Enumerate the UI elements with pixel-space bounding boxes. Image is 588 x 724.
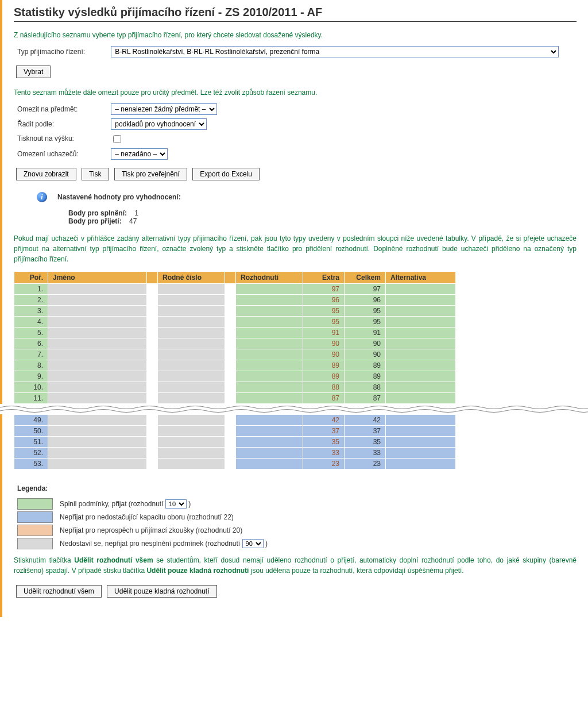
- th-jmeno: Jméno: [48, 272, 146, 283]
- legend-blue-text: Nepřijat pro nedostačující kapacitu obor…: [60, 513, 234, 521]
- body-prijeti-label: Body pro přijetí:: [68, 217, 122, 225]
- radit-podle-select[interactable]: podkladů pro vyhodnocení: [111, 118, 207, 130]
- legend-grey-select[interactable]: 90: [242, 539, 264, 548]
- tisk-vysku-label: Tisknout na výšku:: [14, 134, 109, 143]
- table-row: 53.2323: [14, 459, 455, 469]
- table-row: 1.9797: [14, 284, 455, 294]
- legend-title: Legenda:: [17, 484, 577, 492]
- omezit-predmet-select[interactable]: – nenalezen žádný předmět –: [111, 103, 217, 115]
- radit-label: Řadit podle:: [14, 120, 109, 128]
- table-row: 50.3737: [14, 426, 455, 436]
- table-row: 49.4242: [14, 415, 455, 425]
- th-celkem: Celkem: [345, 272, 385, 283]
- table-row: 2.9696: [14, 295, 455, 305]
- body-prijeti-value: 47: [129, 217, 137, 225]
- znovu-zobrazit-button[interactable]: Znovu zobrazit: [16, 168, 76, 180]
- results-table: Poř. Jméno Rodné číslo Rozhodnutí Extra …: [14, 271, 456, 404]
- note-3: Stisknutím tlačítka Udělit rozhodnutí vš…: [14, 555, 577, 576]
- typ-label: Typ přijímacího řízení:: [14, 48, 109, 56]
- legend-grey-text: Nedostavil se, nepřijat pro nesplnění po…: [60, 540, 242, 548]
- table-row: 3.9595: [14, 306, 455, 316]
- table-row: 52.3333: [14, 448, 455, 458]
- table-row: 4.9595: [14, 317, 455, 327]
- th-rc: Rodné číslo: [158, 272, 225, 283]
- vybrat-button[interactable]: Vybrat: [16, 66, 51, 78]
- typ-prijimaciho-rizeni-select[interactable]: B-RL Rostlinolékařství, B-RL-RL Rostlino…: [111, 46, 559, 57]
- body-splneni-label: Body pro splnění:: [68, 209, 127, 217]
- results-table-bottom: 49.424250.373751.353552.333353.2323: [14, 414, 456, 469]
- swatch-orange: [17, 525, 53, 536]
- intro-text: Z následujícího seznamu vyberte typ přij…: [14, 30, 577, 40]
- udelit-vsem-button[interactable]: Udělit rozhodnutí všem: [16, 585, 102, 598]
- tisk-na-vysku-checkbox[interactable]: [113, 135, 121, 143]
- legend-green-select[interactable]: 10: [165, 499, 187, 509]
- table-row: 9.8989: [14, 371, 455, 382]
- legend-row-green: Splnil podmínky, přijat (rozhodnutí 10 ): [17, 498, 577, 510]
- table-row: 5.9191: [14, 328, 455, 338]
- th-roz: Rozhodnutí: [236, 272, 303, 283]
- th-extra: Extra: [303, 272, 344, 283]
- page-tear: [0, 404, 588, 414]
- body-splneni-value: 1: [134, 209, 138, 217]
- udelit-kladna-button[interactable]: Udělit pouze kladná rozhodnutí: [107, 585, 216, 598]
- swatch-blue: [17, 511, 53, 523]
- table-row: 11.8787: [14, 393, 455, 403]
- legend-row-orange: Nepřijat pro neprospěch u přijímací zkou…: [17, 525, 577, 536]
- info-heading: Nastavené hodnoty pro vyhodnocení:: [57, 193, 181, 201]
- export-excel-button[interactable]: Export do Excelu: [192, 168, 260, 180]
- th-por: Poř.: [14, 272, 48, 283]
- table-row: 6.9090: [14, 338, 455, 349]
- legend-row-grey: Nedostavil se, nepřijat pro nesplnění po…: [17, 538, 577, 549]
- tisk-button[interactable]: Tisk: [82, 168, 109, 180]
- table-row: 10.8888: [14, 382, 455, 392]
- note-1: Tento seznam můžete dále omezit pouze pr…: [14, 87, 577, 98]
- table-row: 7.9090: [14, 349, 455, 360]
- tisk-zverejneni-button[interactable]: Tisk pro zveřejnění: [114, 168, 187, 180]
- note-2: Pokud mají uchazeči v přihlášce zadány a…: [14, 233, 577, 264]
- page-title: Statistiky výsledků přijímacího řízení -…: [14, 6, 577, 22]
- info-icon: i: [37, 192, 47, 202]
- th-alt: Alternativa: [386, 272, 455, 283]
- legend-green-text: Splnil podmínky, přijat (rozhodnutí: [60, 500, 165, 508]
- legend-row-blue: Nepřijat pro nedostačující kapacitu obor…: [17, 511, 577, 523]
- swatch-grey: [17, 538, 53, 549]
- table-row: 51.3535: [14, 437, 455, 447]
- omezeni-uchazecu-label: Omezení uchazečů:: [14, 150, 109, 158]
- swatch-green: [17, 498, 53, 510]
- omezeni-uchazecu-select[interactable]: – nezadáno –: [111, 148, 168, 160]
- omezit-predmet-label: Omezit na předmět:: [14, 105, 109, 113]
- legend-orange-text: Nepřijat pro neprospěch u přijímací zkou…: [60, 526, 242, 534]
- table-row: 8.8989: [14, 360, 455, 371]
